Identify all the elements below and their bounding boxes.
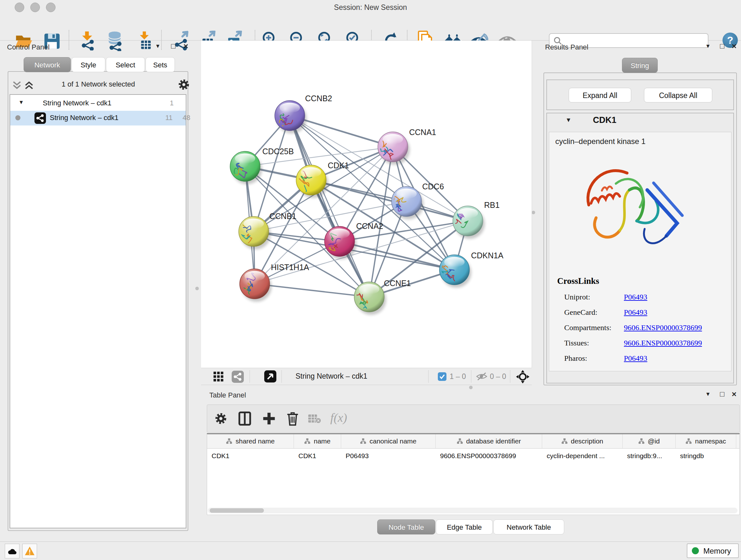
status-bar: Memory — [0, 542, 741, 560]
network-node-CCNE1[interactable] — [354, 282, 384, 312]
table-cell[interactable]: P06493 — [341, 449, 435, 463]
view-toolbar-divider — [250, 370, 250, 383]
results-panel-float-icon[interactable]: □ — [720, 42, 724, 51]
tree-row-network[interactable]: String Network – cdk1 11 48 — [10, 111, 186, 125]
results-panel-close-icon[interactable]: ✕ — [731, 43, 737, 50]
hidden-counts: 0 – 0 — [490, 372, 506, 381]
column-header-canonical-name[interactable]: canonical name — [341, 434, 435, 448]
network-node-CCNB2[interactable] — [275, 101, 305, 131]
network-edge[interactable] — [311, 180, 468, 221]
protein-name: CDK1 — [593, 115, 616, 125]
crosslink-link[interactable]: P06493 — [624, 354, 647, 363]
crosslink-link[interactable]: P06493 — [624, 308, 647, 317]
control-panel-close-icon[interactable]: ✕ — [183, 43, 189, 50]
network-node-CCNA2[interactable] — [325, 226, 354, 256]
control-panel-title: Control Panel — [7, 43, 50, 51]
crosslink-link[interactable]: P06493 — [624, 293, 647, 301]
warning-icon — [24, 546, 35, 556]
collapse-all-tree-icon[interactable] — [23, 80, 35, 90]
cloud-icon — [7, 547, 17, 555]
control-panel-float-icon[interactable]: □ — [171, 42, 176, 51]
node-table: shared namenamecanonical namedatabase id… — [207, 433, 740, 515]
tab-style[interactable]: Style — [71, 57, 105, 72]
crosslink-link[interactable]: 9606.ENSP00000378699 — [624, 339, 702, 348]
network-selection-status: 1 of 1 Network selected — [41, 80, 156, 88]
table-hscrollbar[interactable] — [208, 508, 738, 513]
table-cell[interactable]: stringdb — [676, 449, 736, 463]
warning-status-button[interactable] — [22, 544, 37, 558]
selected-counts: 1 – 0 — [450, 372, 466, 381]
column-tree-icon — [638, 438, 645, 444]
table-cell[interactable]: cyclin-dependent ... — [542, 449, 623, 463]
open-in-window-icon[interactable] — [264, 370, 276, 382]
fit-content-crosshair-icon[interactable] — [516, 370, 530, 384]
show-columns-icon[interactable] — [238, 411, 252, 426]
crosslink-row: GeneCard:P06493 — [539, 308, 731, 323]
memory-button[interactable]: Memory — [687, 543, 739, 558]
column-header-description[interactable]: description — [542, 434, 623, 448]
title-bar: Session: New Session — [0, 0, 741, 14]
cloud-status-button[interactable] — [5, 544, 19, 558]
node-label: CCNA1 — [409, 128, 436, 137]
table-hscrollbar-thumb[interactable] — [210, 508, 264, 513]
tab-select[interactable]: Select — [106, 57, 145, 72]
splitter-handle[interactable] — [195, 287, 199, 290]
splitter-handle[interactable] — [532, 211, 535, 214]
table-cell[interactable]: CDK1 — [207, 449, 294, 463]
network-graph: CCNB2CCNA1CDC25BCDK1CDC6RB1CCNB1CCNA2CDK… — [201, 41, 532, 368]
crosslink-row: Compartments:9606.ENSP00000378699 — [539, 323, 731, 339]
table-gear-icon[interactable] — [214, 412, 227, 425]
network-status-dot — [15, 115, 20, 120]
tree-collection-label: String Network – cdk1 — [43, 99, 111, 107]
network-canvas[interactable]: CCNB2CCNA1CDC25BCDK1CDC6RB1CCNB1CCNA2CDK… — [201, 41, 532, 368]
table-panel-float-icon[interactable]: □ — [720, 390, 724, 398]
network-node-CCNB1[interactable] — [239, 216, 269, 246]
crosslink-link[interactable]: 9606.ENSP00000378699 — [624, 323, 702, 332]
column-header-name[interactable]: name — [294, 434, 341, 448]
network-node-CCNA1[interactable] — [375, 132, 408, 162]
table-row[interactable]: CDK1CDK1P064939606.ENSP00000378699cyclin… — [207, 449, 739, 463]
table-panel-menu-icon[interactable]: ▼ — [705, 391, 711, 397]
network-node-CDK1[interactable] — [296, 162, 326, 195]
table-cell[interactable]: stringdb:9... — [623, 449, 676, 463]
collapse-all-button[interactable]: Collapse All — [644, 88, 712, 103]
tree-network-edge-count: 48 — [183, 114, 190, 122]
table-cell[interactable]: 9606.ENSP00000378699 — [435, 449, 542, 463]
results-panel-menu-icon[interactable]: ▼ — [705, 43, 711, 50]
table-header-row: shared namenamecanonical namedatabase id… — [207, 434, 739, 449]
control-panel: Control Panel ▼ □ ✕ Network Style Select… — [3, 41, 189, 539]
network-edge[interactable] — [255, 284, 369, 297]
table-cell[interactable]: CDK1 — [294, 449, 341, 463]
network-node-CDKN1A[interactable] — [437, 255, 469, 285]
birds-eye-view-icon[interactable] — [213, 371, 224, 382]
expand-all-button[interactable]: Expand All — [569, 88, 631, 103]
delete-column-icon[interactable] — [286, 411, 300, 427]
column-header-database-identifier[interactable]: database identifier — [435, 434, 542, 448]
tree-expander-icon[interactable]: ▼ — [18, 99, 24, 106]
tab-network[interactable]: Network — [23, 57, 71, 72]
string-network-badge-icon[interactable] — [232, 371, 244, 383]
protein-expander-icon[interactable]: ▼ — [565, 117, 571, 124]
create-column-icon[interactable] — [262, 411, 276, 426]
selected-checkbox-icon[interactable] — [438, 372, 447, 381]
tab-node-table[interactable]: Node Table — [377, 519, 435, 535]
tree-row-collection[interactable]: ▼ String Network – cdk1 1 — [10, 97, 186, 111]
crosslink-label: Compartments: — [564, 323, 611, 332]
tab-sets[interactable]: Sets — [145, 57, 175, 72]
column-header-namespac[interactable]: namespac — [676, 434, 736, 448]
node-label: CCNA2 — [356, 222, 383, 231]
tab-edge-table[interactable]: Edge Table — [436, 519, 493, 535]
table-panel-close-icon[interactable]: ✕ — [731, 390, 737, 398]
control-panel-menu-icon[interactable]: ▼ — [155, 43, 160, 50]
gear-icon[interactable] — [178, 78, 190, 91]
network-node-HIST1H1A[interactable] — [240, 269, 270, 299]
column-header--id[interactable]: @id — [623, 434, 676, 448]
network-node-CDC6[interactable] — [389, 186, 421, 216]
expand-all-tree-icon[interactable] — [11, 80, 22, 90]
tab-network-table[interactable]: Network Table — [493, 519, 564, 535]
hidden-eye-icon[interactable] — [476, 372, 487, 381]
delete-table-icon — [308, 414, 321, 424]
column-header-shared-name[interactable]: shared name — [207, 434, 294, 448]
network-node-CDC25B[interactable] — [225, 151, 260, 181]
tab-string[interactable]: String — [622, 58, 658, 73]
